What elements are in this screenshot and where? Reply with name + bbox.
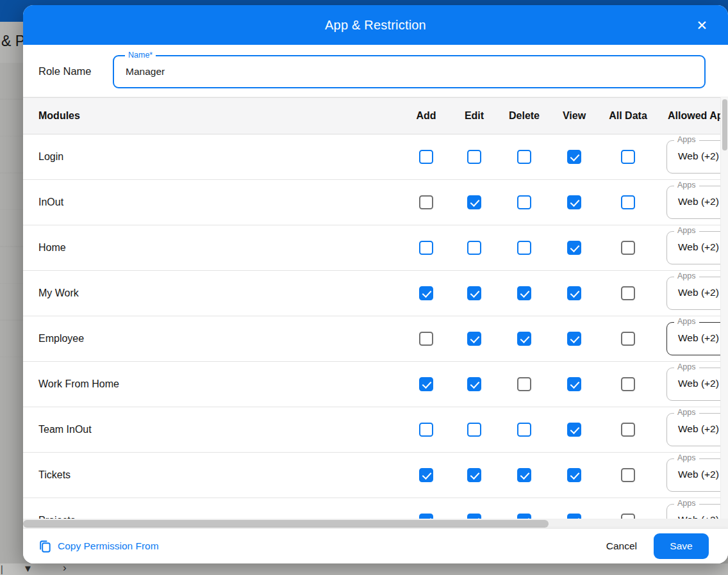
allowed-apps-select[interactable]: Apps Web (+2) <box>666 368 728 401</box>
allowed-apps-select[interactable]: Apps Web (+2) <box>666 413 728 446</box>
column-header-add: Add <box>403 110 449 122</box>
all-data-checkbox[interactable] <box>621 150 635 164</box>
close-icon[interactable]: ✕ <box>696 19 707 32</box>
edit-checkbox[interactable] <box>467 377 481 391</box>
background-footer-strip <box>0 563 728 575</box>
module-name: Home <box>23 242 403 254</box>
cancel-button[interactable]: Cancel <box>606 540 637 552</box>
edit-checkbox[interactable] <box>467 332 481 346</box>
allowed-apps-select[interactable]: Apps Web (+2) <box>666 458 728 492</box>
dialog-footer: Copy Permission From Cancel Save <box>23 529 728 563</box>
column-header-view: View <box>549 110 599 122</box>
all-data-checkbox[interactable] <box>621 332 635 346</box>
all-data-checkbox[interactable] <box>621 468 635 482</box>
column-header-delete: Delete <box>499 110 549 122</box>
column-header-allowed-apps: Allowed Apps <box>657 110 728 122</box>
module-name: Work From Home <box>23 378 403 390</box>
table-row: Team InOut Apps Web (+2) <box>23 407 728 453</box>
allowed-apps-select[interactable]: Apps Web (+2) <box>666 186 728 219</box>
module-name: Tickets <box>23 469 403 481</box>
apps-field-value: Web (+2) <box>678 287 719 298</box>
allowed-apps-select[interactable]: Apps Web (+2) <box>666 504 728 519</box>
view-checkbox[interactable] <box>567 468 581 482</box>
role-name-section: Role Name Name* Manager <box>23 45 728 97</box>
view-checkbox[interactable] <box>567 195 581 209</box>
module-name: Team InOut <box>23 424 403 435</box>
apps-field-label: Apps <box>674 499 699 508</box>
role-name-label: Role Name <box>38 65 92 77</box>
column-header-edit: Edit <box>449 110 499 122</box>
background-page-title: & P <box>1 33 25 50</box>
caret-down-icon: ▼ <box>23 563 33 574</box>
copy-icon <box>38 540 51 553</box>
all-data-checkbox[interactable] <box>621 514 635 519</box>
delete-checkbox[interactable] <box>517 241 531 255</box>
permissions-table: Modules Add Edit Delete View All Data Al… <box>23 97 728 519</box>
apps-field-label: Apps <box>674 408 699 417</box>
apps-field-value: Web (+2) <box>678 196 719 207</box>
add-checkbox[interactable] <box>419 423 433 437</box>
allowed-apps-select[interactable]: Apps Web (+2) <box>666 231 728 264</box>
edit-checkbox[interactable] <box>467 241 481 255</box>
apps-field-label: Apps <box>674 271 699 280</box>
add-checkbox[interactable] <box>419 332 433 346</box>
view-checkbox[interactable] <box>567 241 581 255</box>
app-restriction-dialog: App & Restriction ✕ Role Name Name* Mana… <box>23 5 728 563</box>
apps-field-label: Apps <box>674 362 699 371</box>
add-checkbox[interactable] <box>419 150 433 164</box>
table-row: My Work Apps Web (+2) <box>23 271 728 316</box>
apps-field-value: Web (+2) <box>678 241 719 253</box>
role-name-value: Manager <box>126 66 165 77</box>
delete-checkbox[interactable] <box>517 195 531 209</box>
horizontal-scrollbar-thumb[interactable] <box>23 520 549 528</box>
edit-checkbox[interactable] <box>467 195 481 209</box>
view-checkbox[interactable] <box>567 286 581 300</box>
delete-checkbox[interactable] <box>517 377 531 391</box>
view-checkbox[interactable] <box>567 150 581 164</box>
edit-checkbox[interactable] <box>467 468 481 482</box>
edit-checkbox[interactable] <box>467 423 481 437</box>
all-data-checkbox[interactable] <box>621 377 635 391</box>
allowed-apps-select[interactable]: Apps Web (+2) <box>666 140 728 174</box>
view-checkbox[interactable] <box>567 332 581 346</box>
add-checkbox[interactable] <box>419 286 433 300</box>
delete-checkbox[interactable] <box>517 423 531 437</box>
table-row: InOut Apps Web (+2) <box>23 180 728 225</box>
copy-permission-from-link[interactable]: Copy Permission From <box>38 540 159 553</box>
apps-field-value: Web (+2) <box>678 469 719 480</box>
delete-checkbox[interactable] <box>517 468 531 482</box>
delete-checkbox[interactable] <box>517 150 531 164</box>
allowed-apps-select[interactable]: Apps Web (+2) <box>666 322 728 355</box>
view-checkbox[interactable] <box>567 514 581 519</box>
add-checkbox[interactable] <box>419 514 433 519</box>
add-checkbox[interactable] <box>419 241 433 255</box>
apps-field-value: Web (+2) <box>678 378 719 389</box>
add-checkbox[interactable] <box>419 377 433 391</box>
allowed-apps-select[interactable]: Apps Web (+2) <box>666 277 728 310</box>
table-row: Projects Apps Web (+2) <box>23 498 728 519</box>
all-data-checkbox[interactable] <box>621 286 635 300</box>
add-checkbox[interactable] <box>419 468 433 482</box>
edit-checkbox[interactable] <box>467 514 481 519</box>
horizontal-scrollbar[interactable] <box>23 519 728 529</box>
edit-checkbox[interactable] <box>467 286 481 300</box>
apps-field-value: Web (+2) <box>678 332 719 344</box>
table-row: Work From Home Apps Web (+2) <box>23 362 728 407</box>
all-data-checkbox[interactable] <box>621 423 635 437</box>
apps-field-label: Apps <box>674 453 699 462</box>
vertical-scrollbar[interactable] <box>720 97 728 519</box>
role-name-input[interactable]: Name* Manager <box>113 55 706 88</box>
add-checkbox[interactable] <box>419 195 433 209</box>
delete-checkbox[interactable] <box>517 514 531 519</box>
edit-checkbox[interactable] <box>467 150 481 164</box>
all-data-checkbox[interactable] <box>621 195 635 209</box>
delete-checkbox[interactable] <box>517 286 531 300</box>
module-name: Employee <box>23 333 403 344</box>
delete-checkbox[interactable] <box>517 332 531 346</box>
vertical-scrollbar-thumb[interactable] <box>722 99 728 150</box>
table-row: Tickets Apps Web (+2) <box>23 453 728 498</box>
view-checkbox[interactable] <box>567 423 581 437</box>
save-button[interactable]: Save <box>654 533 709 559</box>
all-data-checkbox[interactable] <box>621 241 635 255</box>
view-checkbox[interactable] <box>567 377 581 391</box>
